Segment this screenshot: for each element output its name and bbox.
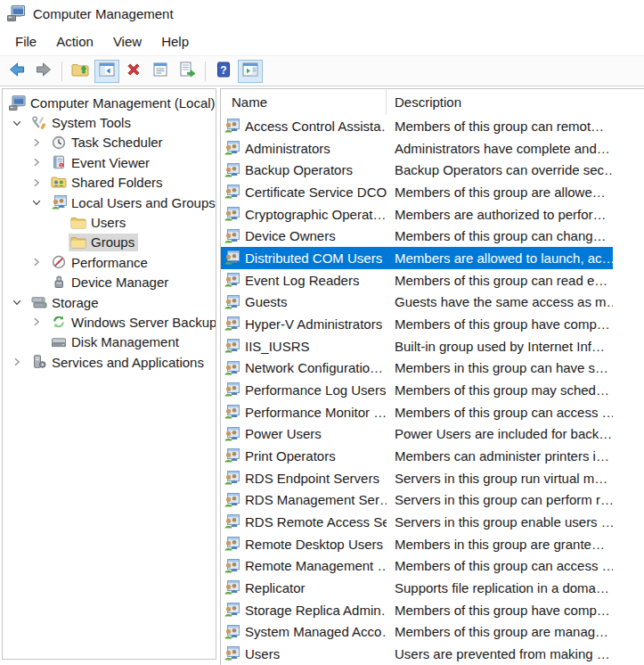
chevron-right-icon[interactable]	[29, 176, 49, 190]
table-row-administrators[interactable]: AdministratorsAdministrators have comple…	[221, 137, 613, 160]
tree-item-content: Groups	[69, 234, 138, 251]
table-row-rds-management-ser[interactable]: RDS Management Ser…Servers in this group…	[221, 488, 613, 511]
table-row-guests[interactable]: GuestsGuests have the same access as m…	[221, 291, 613, 313]
toolbar-button-show-action-pane[interactable]	[238, 60, 263, 83]
chevron-right-icon[interactable]	[29, 155, 49, 169]
name-cell: Users	[221, 646, 387, 661]
sidebar-item-groups[interactable]: Groups	[3, 233, 216, 252]
chevron-right-icon[interactable]	[29, 255, 49, 269]
menu-item-file[interactable]: File	[5, 30, 46, 53]
event-viewer-icon	[50, 155, 67, 170]
sidebar-item-disk-management[interactable]: Disk Management	[3, 332, 216, 352]
menu-item-action[interactable]: Action	[46, 30, 103, 53]
table-row-users[interactable]: UsersUsers are prevented from making …	[221, 643, 613, 665]
sidebar-item-shared-folders[interactable]: Shared Folders	[3, 173, 216, 193]
table-row-performance-monitor[interactable]: Performance Monitor …Members of this gro…	[221, 401, 613, 423]
sidebar-item-event-viewer[interactable]: Event Viewer	[3, 152, 216, 172]
toolbar-button-forward-arrow[interactable]	[31, 60, 56, 83]
group-icon	[224, 646, 240, 661]
tree-item-content: Device Manager	[49, 274, 172, 291]
chevron-down-icon[interactable]	[29, 195, 49, 209]
menu-item-help[interactable]: Help	[151, 30, 199, 53]
sidebar-item-windows-server-backup[interactable]: Windows Server Backup	[3, 312, 216, 332]
sidebar-item-task-scheduler[interactable]: Task Scheduler	[3, 133, 216, 152]
name-cell: Power Users	[221, 426, 387, 441]
group-name: Hyper-V Administrators	[245, 316, 382, 332]
table-row-system-managed-acco[interactable]: System Managed Acco…Members of this grou…	[221, 620, 613, 643]
table-row-performance-log-users[interactable]: Performance Log UsersMembers of this gro…	[221, 379, 613, 401]
menu-bar: FileActionViewHelp	[0, 27, 644, 55]
menu-item-view[interactable]: View	[103, 30, 151, 53]
table-row-rds-endpoint-servers[interactable]: RDS Endpoint ServersServers in this grou…	[221, 467, 613, 489]
name-cell: Hyper-V Administrators	[221, 316, 387, 332]
chevron-right-icon[interactable]	[10, 355, 29, 369]
table-row-remote-desktop-users[interactable]: Remote Desktop UsersMembers in this grou…	[221, 533, 613, 555]
table-row-storage-replica-admin[interactable]: Storage Replica Admin…Members of this gr…	[221, 599, 613, 621]
table-row-iis-iusrs[interactable]: IIS_IUSRSBuilt-in group used by Internet…	[221, 335, 613, 357]
table-row-rds-remote-access-se[interactable]: RDS Remote Access Se…Servers in this gro…	[221, 511, 613, 533]
group-icon	[224, 580, 240, 595]
sidebar-item-storage[interactable]: Storage	[3, 292, 216, 312]
table-row-access-control-assista[interactable]: Access Control Assista…Members of this g…	[221, 115, 613, 137]
table-row-hyper-v-administrators[interactable]: Hyper-V AdministratorsMembers of this gr…	[221, 313, 613, 335]
group-name: Users	[245, 646, 280, 661]
sidebar-item-services-and-applications[interactable]: Services and Applications	[3, 352, 216, 372]
group-icon	[224, 493, 240, 507]
tree-item-label: Performance	[71, 255, 148, 270]
group-icon	[224, 471, 240, 485]
column-header-description[interactable]: Description	[387, 89, 613, 115]
toolbar-button-delete[interactable]	[121, 60, 146, 83]
description-cell: Members of this group may sched…	[387, 382, 613, 398]
chevron-placeholder	[49, 235, 69, 250]
tree-item-label: Event Viewer	[71, 155, 150, 170]
sidebar-item-device-manager[interactable]: Device Manager	[3, 273, 216, 292]
group-icon	[224, 361, 240, 375]
tree-item-content: Event Viewer	[49, 153, 153, 171]
description-cell: Members of this group can access …	[387, 558, 613, 573]
table-row-distributed-com-users[interactable]: Distributed COM UsersMembers are allowed…	[221, 247, 613, 269]
sidebar-item-system-tools[interactable]: System Tools	[3, 112, 216, 132]
tree-item-content: Task Scheduler	[49, 134, 167, 152]
table-row-device-owners[interactable]: Device OwnersMembers of this group can c…	[221, 225, 613, 247]
system-tools-icon	[30, 115, 47, 130]
group-icon	[224, 185, 240, 199]
toolbar-button-up-one-level-folder[interactable]	[68, 60, 93, 83]
toolbar-button-help[interactable]: ?	[211, 60, 236, 83]
table-row-cryptographic-operat[interactable]: Cryptographic Operat…Members are authori…	[221, 203, 613, 226]
chevron-right-icon[interactable]	[29, 315, 49, 329]
table-row-remote-management[interactable]: Remote Management …Members of this group…	[221, 554, 613, 577]
description-cell: Members of this group are manag…	[387, 624, 613, 639]
window-title: Computer Management	[33, 6, 174, 21]
table-row-event-log-readers[interactable]: Event Log ReadersMembers of this group c…	[221, 269, 613, 291]
group-name: Event Log Readers	[245, 273, 359, 288]
toolbar: ?	[0, 55, 644, 86]
forward-arrow-icon	[35, 61, 53, 81]
toolbar-button-show-console-tree[interactable]	[94, 60, 119, 83]
tree-item-label: Groups	[91, 234, 135, 250]
sidebar-item-local-users-and-groups[interactable]: Local Users and Groups	[3, 193, 216, 212]
chevron-down-icon[interactable]	[10, 116, 29, 130]
table-row-power-users[interactable]: Power UsersPower Users are included for …	[221, 423, 613, 445]
table-row-certificate-service-dco[interactable]: Certificate Service DCO…Members of this …	[221, 181, 613, 203]
sidebar-item-computer-management-local[interactable]: Computer Management (Local)	[3, 93, 216, 112]
delete-icon	[125, 61, 143, 81]
table-row-print-operators[interactable]: Print OperatorsMembers can administer pr…	[221, 445, 613, 467]
table-row-backup-operators[interactable]: Backup OperatorsBackup Operators can ove…	[221, 159, 613, 181]
folder-icon	[69, 215, 86, 230]
toolbar-button-back-arrow[interactable]	[4, 60, 29, 83]
sidebar-item-users[interactable]: Users	[3, 212, 216, 232]
column-header-name[interactable]: Name	[221, 89, 387, 115]
chevron-right-icon[interactable]	[29, 135, 49, 150]
name-cell: Device Owners	[221, 228, 387, 243]
table-row-network-configuratio[interactable]: Network Configuratio…Members in this gro…	[221, 357, 613, 379]
name-cell: Print Operators	[221, 448, 387, 464]
group-name: Access Control Assista…	[245, 119, 387, 134]
sidebar-item-performance[interactable]: Performance	[3, 252, 216, 272]
toolbar-button-export-list[interactable]	[175, 60, 200, 83]
description-cell: Members of this group can access …	[387, 405, 613, 420]
table-row-replicator[interactable]: ReplicatorSupports file replication in a…	[221, 577, 613, 599]
toolbar-button-properties[interactable]	[148, 60, 173, 83]
chevron-placeholder	[49, 216, 69, 230]
title-bar: Computer Management	[0, 0, 644, 27]
chevron-down-icon[interactable]	[10, 295, 29, 309]
